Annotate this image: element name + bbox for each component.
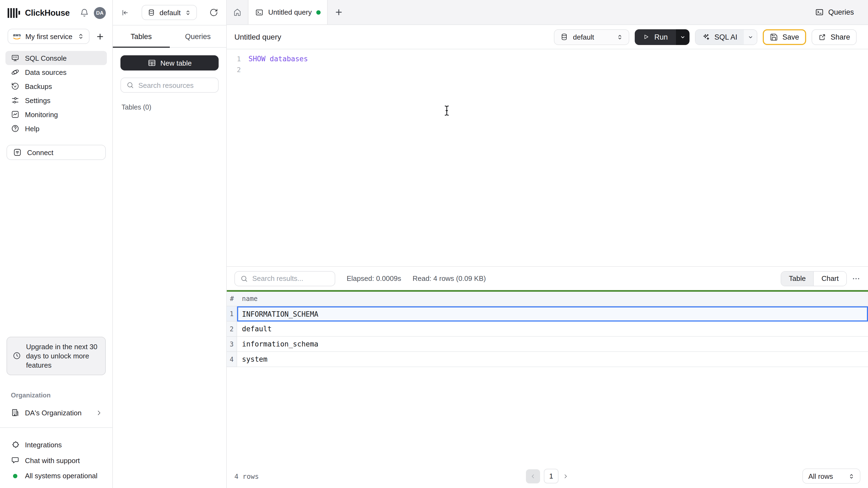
sidebar: ClickHouse DA aws My first service	[0, 0, 113, 488]
upgrade-notice[interactable]: Upgrade in the next 30 days to unlock mo…	[6, 336, 106, 375]
queries-button-label: Queries	[828, 8, 854, 16]
editor-line: 1 SHOW databases	[227, 53, 868, 64]
run-options-chevron-icon[interactable]	[676, 29, 689, 45]
sidebar-item-help[interactable]: Help	[5, 122, 107, 135]
save-button[interactable]: Save	[763, 29, 806, 45]
system-status-label: All systems operational	[25, 472, 97, 480]
query-stats: Elapsed: 0.0009s Read: 4 rows (0.09 KB)	[347, 274, 486, 283]
sidebar-item-settings[interactable]: Settings	[5, 93, 107, 107]
new-table-button[interactable]: New table	[120, 55, 219, 70]
table-row[interactable]: 3 information_schema	[227, 337, 868, 352]
chat-support-link[interactable]: Chat with support	[11, 456, 101, 465]
sparkles-icon	[702, 33, 710, 41]
row-cell[interactable]: default	[237, 322, 868, 337]
row-cell[interactable]: INFORMATION_SCHEMA	[237, 306, 868, 322]
search-icon	[240, 274, 248, 282]
add-service-button[interactable]	[94, 30, 106, 42]
service-selector-row: aws My first service	[0, 26, 112, 44]
integrations-label: Integrations	[25, 441, 62, 449]
organization-section-label: Organization	[11, 391, 112, 399]
resources-search-input[interactable]	[138, 81, 213, 89]
connect-button[interactable]: Connect	[6, 145, 106, 160]
unsaved-green-dot-icon	[316, 10, 320, 14]
elapsed-stat: Elapsed: 0.0009s	[347, 274, 401, 283]
row-cell[interactable]: system	[237, 352, 868, 367]
toggle-table[interactable]: Table	[781, 271, 813, 286]
sidebar-item-backups[interactable]: Backups	[5, 79, 107, 93]
main-area: Untitled query Queries Untitled query de…	[227, 0, 868, 488]
sql-ai-label: SQL AI	[714, 33, 738, 41]
row-count-label: 4 rows	[235, 472, 259, 480]
sidebar-item-label: SQL Console	[25, 54, 67, 62]
sidebar-item-label: Help	[25, 124, 40, 133]
run-button[interactable]: Run	[635, 29, 676, 45]
query-title: Untitled query	[235, 33, 281, 41]
clickhouse-console: ClickHouse DA aws My first service	[0, 0, 868, 488]
table-row[interactable]: 1 INFORMATION_SCHEMA	[227, 306, 868, 322]
toggle-chart[interactable]: Chart	[813, 271, 846, 286]
collapse-panel-icon[interactable]	[121, 8, 129, 17]
home-icon[interactable]	[227, 0, 248, 24]
user-avatar[interactable]: DA	[94, 7, 106, 19]
clock-icon	[12, 352, 21, 360]
sql-editor[interactable]: 1 SHOW databases 2	[227, 50, 868, 266]
sql-ai-button[interactable]: SQL AI	[695, 30, 744, 44]
column-header-name[interactable]: name	[237, 295, 258, 302]
sidebar-item-monitoring[interactable]: Monitoring	[5, 107, 107, 122]
brand-name: ClickHouse	[25, 8, 70, 18]
refresh-icon[interactable]	[209, 8, 218, 17]
sidebar-item-sql-console[interactable]: SQL Console	[5, 51, 107, 65]
run-label: Run	[654, 33, 668, 41]
play-icon	[643, 34, 649, 40]
sidebar-footer: Integrations Chat with support All syste…	[0, 428, 112, 488]
table-row[interactable]: 4 system	[227, 352, 868, 367]
query-database-name: default	[573, 33, 612, 41]
integrations-link[interactable]: Integrations	[11, 440, 101, 449]
share-button[interactable]: Share	[812, 29, 857, 45]
service-selector[interactable]: aws My first service	[8, 29, 90, 44]
sql-console-icon	[11, 54, 20, 62]
sidebar-item-label: Settings	[25, 96, 51, 104]
clickhouse-logo-icon	[8, 8, 20, 18]
page-next-chevron-icon[interactable]	[562, 473, 569, 479]
line-number: 2	[227, 65, 241, 73]
page-size-label: All rows	[808, 472, 844, 480]
save-label: Save	[782, 33, 799, 41]
page-size-selector[interactable]: All rows	[802, 468, 860, 484]
resources-header: default	[113, 0, 226, 26]
chevron-right-icon	[95, 409, 102, 416]
organization-row[interactable]: DA's Organization	[0, 405, 112, 420]
help-icon	[11, 124, 20, 133]
results-search[interactable]	[235, 271, 335, 286]
current-page[interactable]: 1	[544, 469, 558, 483]
status-green-dot-icon	[13, 474, 18, 478]
chevron-updown-icon	[848, 473, 855, 479]
service-name: My first service	[26, 32, 73, 40]
results-panel: Elapsed: 0.0009s Read: 4 rows (0.09 KB) …	[227, 266, 868, 488]
query-toolbar: Untitled query default Run	[227, 25, 868, 50]
tab-tables[interactable]: Tables	[113, 26, 169, 47]
row-cell[interactable]: information_schema	[237, 337, 868, 352]
more-options-ellipsis-icon[interactable]	[852, 274, 860, 283]
sql-code: SHOW databases	[248, 55, 308, 63]
chevron-updown-icon	[78, 33, 84, 40]
query-database-selector[interactable]: default	[554, 29, 629, 45]
page-previous-chevron-icon[interactable]	[526, 469, 540, 483]
tab-untitled-query[interactable]: Untitled query	[248, 0, 328, 24]
pagination: 1	[526, 469, 569, 483]
chevron-updown-icon	[617, 34, 623, 40]
tab-queries[interactable]: Queries	[169, 26, 226, 47]
sql-ai-chevron-icon[interactable]	[744, 30, 757, 44]
table-row[interactable]: 2 default	[227, 322, 868, 337]
sidebar-item-data-sources[interactable]: Data sources	[5, 65, 107, 79]
new-tab-plus-icon[interactable]	[328, 0, 350, 24]
table-grid-icon	[147, 59, 156, 67]
system-status[interactable]: All systems operational	[11, 472, 101, 480]
search-icon	[126, 82, 134, 89]
notifications-bell-icon[interactable]	[80, 8, 89, 18]
editor-line: 2	[227, 64, 868, 75]
results-search-input[interactable]	[252, 274, 329, 283]
resources-search[interactable]	[120, 77, 219, 93]
queries-button[interactable]: Queries	[814, 0, 854, 24]
database-selector[interactable]: default	[142, 5, 197, 20]
